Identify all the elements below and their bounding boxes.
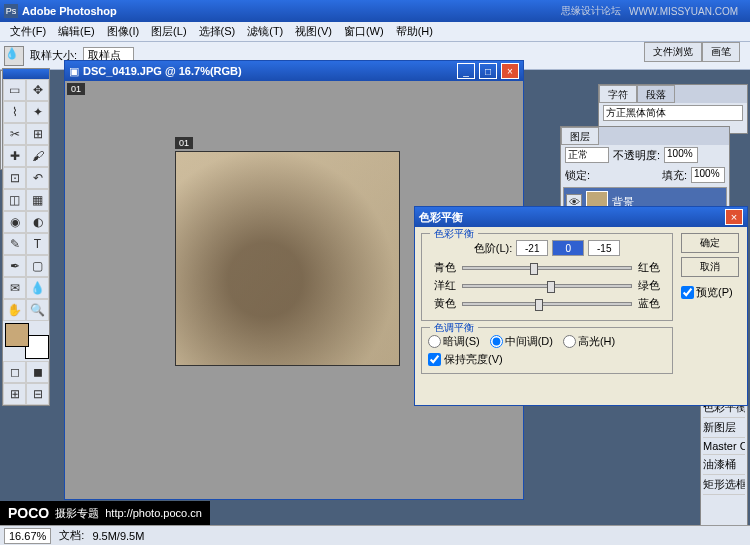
pen-tool[interactable]: ✒	[3, 255, 26, 277]
lasso-tool[interactable]: ⌇	[3, 101, 26, 123]
history-item[interactable]: 矩形选框	[703, 475, 745, 495]
eyedropper-tool[interactable]: 💧	[26, 277, 49, 299]
highlights-radio[interactable]: 高光(H)	[563, 334, 615, 349]
opacity-label: 不透明度:	[613, 148, 660, 163]
history-item[interactable]: 新图层	[703, 418, 745, 438]
tab-layers[interactable]: 图层	[561, 127, 599, 145]
shadows-radio[interactable]: 暗调(S)	[428, 334, 480, 349]
fill-label: 填充:	[662, 168, 687, 183]
watermark-text: 思缘设计论坛	[561, 4, 621, 18]
history-item[interactable]: 油漆桶	[703, 455, 745, 475]
level-3-input[interactable]	[588, 240, 620, 256]
toolbox-header[interactable]	[3, 69, 49, 79]
image-canvas[interactable]	[175, 151, 400, 366]
screen-mode-1[interactable]: ⊞	[3, 383, 26, 405]
preserve-label: 保持亮度(V)	[444, 352, 503, 367]
stamp-tool[interactable]: ⊡	[3, 167, 26, 189]
poco-text: 摄影专题	[55, 506, 99, 521]
level-2-input[interactable]	[552, 240, 584, 256]
poco-watermark: POCO 摄影专题 http://photo.poco.cn	[0, 501, 210, 525]
dialog-close-button[interactable]: ×	[725, 209, 743, 225]
level-1-input[interactable]	[516, 240, 548, 256]
screen-mode-2[interactable]: ⊟	[26, 383, 49, 405]
poco-url: http://photo.poco.cn	[105, 507, 202, 519]
foreground-color[interactable]	[5, 323, 29, 347]
menu-edit[interactable]: 编辑(E)	[52, 22, 101, 41]
layers-panel: 图层 正常 不透明度: 100% 锁定: 填充: 100% 👁 背景	[560, 126, 730, 216]
eyedropper-icon: 💧	[4, 46, 24, 66]
doc-size-label: 文档:	[59, 528, 84, 543]
blend-mode-select[interactable]: 正常	[565, 147, 609, 163]
yellow-label: 黄色	[428, 296, 456, 311]
doc-size-value: 9.5M/9.5M	[92, 530, 144, 542]
doc-tag-outer: 01	[67, 83, 85, 95]
document-icon: ▣	[69, 65, 79, 78]
opacity-input[interactable]: 100%	[664, 147, 698, 163]
menu-select[interactable]: 选择(S)	[193, 22, 242, 41]
brush-tool[interactable]: 🖌	[26, 145, 49, 167]
menu-filter[interactable]: 滤镜(T)	[241, 22, 289, 41]
shape-tool[interactable]: ▢	[26, 255, 49, 277]
menu-image[interactable]: 图像(I)	[101, 22, 145, 41]
document-titlebar[interactable]: ▣ DSC_0419.JPG @ 16.7%(RGB) _ □ ×	[65, 61, 523, 81]
font-select[interactable]: 方正黑体简体	[603, 105, 743, 121]
levels-label: 色阶(L):	[474, 241, 513, 256]
preview-label: 预览(P)	[696, 285, 733, 300]
magenta-label: 洋红	[428, 278, 456, 293]
history-item[interactable]: Master C	[703, 438, 745, 455]
menu-window[interactable]: 窗口(W)	[338, 22, 390, 41]
dialog-title: 色彩平衡	[419, 210, 725, 225]
doc-tag-inner: 01	[175, 137, 193, 149]
tab-character[interactable]: 字符	[599, 85, 637, 103]
marquee-tool[interactable]: ▭	[3, 79, 26, 101]
lock-label: 锁定:	[565, 168, 590, 183]
zoom-tool[interactable]: 🔍	[26, 299, 49, 321]
color-swatch[interactable]	[5, 323, 49, 359]
fill-input[interactable]: 100%	[691, 167, 725, 183]
tab-file-browse[interactable]: 文件浏览	[644, 42, 702, 62]
maximize-button[interactable]: □	[479, 63, 497, 79]
menu-file[interactable]: 文件(F)	[4, 22, 52, 41]
menu-help[interactable]: 帮助(H)	[390, 22, 439, 41]
minimize-button[interactable]: _	[457, 63, 475, 79]
slice-tool[interactable]: ⊞	[26, 123, 49, 145]
close-button[interactable]: ×	[501, 63, 519, 79]
app-icon: Ps	[4, 4, 18, 18]
preview-checkbox[interactable]	[681, 286, 694, 299]
blur-tool[interactable]: ◉	[3, 211, 26, 233]
yellow-blue-slider[interactable]	[462, 302, 632, 306]
ok-button[interactable]: 确定	[681, 233, 739, 253]
group1-legend: 色彩平衡	[430, 227, 478, 241]
zoom-display[interactable]: 16.67%	[4, 528, 51, 544]
blue-label: 蓝色	[638, 296, 666, 311]
midtones-radio[interactable]: 中间调(D)	[490, 334, 553, 349]
hand-tool[interactable]: ✋	[3, 299, 26, 321]
move-tool[interactable]: ✥	[26, 79, 49, 101]
magenta-green-slider[interactable]	[462, 284, 632, 288]
cyan-label: 青色	[428, 260, 456, 275]
eraser-tool[interactable]: ◫	[3, 189, 26, 211]
dialog-titlebar[interactable]: 色彩平衡 ×	[415, 207, 747, 227]
notes-tool[interactable]: ✉	[3, 277, 26, 299]
group2-legend: 色调平衡	[430, 321, 478, 335]
path-tool[interactable]: ✎	[3, 233, 26, 255]
crop-tool[interactable]: ✂	[3, 123, 26, 145]
menu-view[interactable]: 视图(V)	[289, 22, 338, 41]
tab-brush[interactable]: 画笔	[702, 42, 740, 62]
dodge-tool[interactable]: ◐	[26, 211, 49, 233]
cyan-red-slider[interactable]	[462, 266, 632, 270]
cancel-button[interactable]: 取消	[681, 257, 739, 277]
wand-tool[interactable]: ✦	[26, 101, 49, 123]
heal-tool[interactable]: ✚	[3, 145, 26, 167]
tab-paragraph[interactable]: 段落	[637, 85, 675, 103]
menu-layer[interactable]: 图层(L)	[145, 22, 192, 41]
green-label: 绿色	[638, 278, 666, 293]
history-brush-tool[interactable]: ↶	[26, 167, 49, 189]
standard-mode[interactable]: ◻	[3, 361, 26, 383]
document-title: DSC_0419.JPG @ 16.7%(RGB)	[83, 65, 453, 77]
preserve-luminosity-checkbox[interactable]	[428, 353, 441, 366]
quickmask-mode[interactable]: ◼	[26, 361, 49, 383]
option-tabs: 文件浏览 画笔	[644, 42, 740, 62]
type-tool[interactable]: T	[26, 233, 49, 255]
gradient-tool[interactable]: ▦	[26, 189, 49, 211]
